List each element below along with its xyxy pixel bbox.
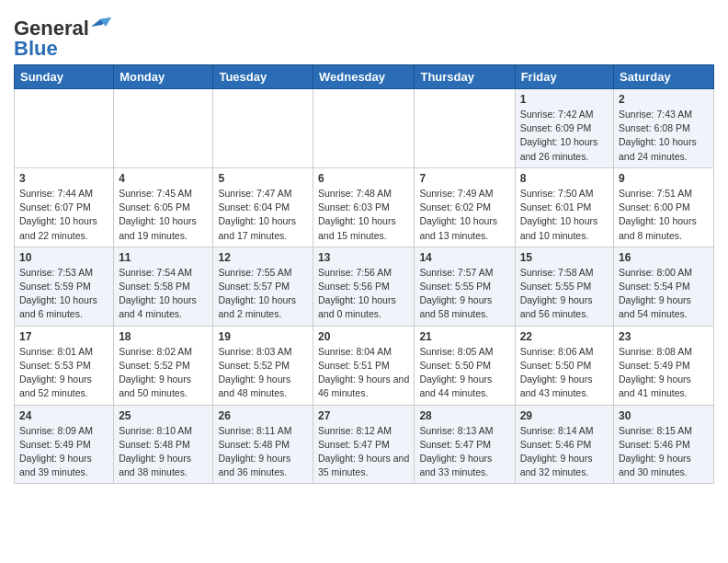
- calendar-cell: 11Sunrise: 7:54 AM Sunset: 5:58 PM Dayli…: [114, 247, 213, 326]
- day-number: 25: [119, 409, 208, 422]
- day-info: Sunrise: 7:44 AM Sunset: 6:07 PM Dayligh…: [19, 187, 108, 243]
- week-row-2: 3Sunrise: 7:44 AM Sunset: 6:07 PM Daylig…: [15, 167, 714, 247]
- day-info: Sunrise: 7:55 AM Sunset: 5:57 PM Dayligh…: [218, 266, 308, 322]
- day-info: Sunrise: 7:43 AM Sunset: 6:08 PM Dayligh…: [619, 108, 709, 164]
- day-number: 10: [19, 251, 108, 264]
- calendar-cell: 21Sunrise: 8:05 AM Sunset: 5:50 PM Dayli…: [415, 326, 515, 405]
- day-number: 29: [520, 409, 609, 422]
- calendar-header-row: SundayMondayTuesdayWednesdayThursdayFrid…: [15, 65, 714, 89]
- calendar-cell: 1Sunrise: 7:42 AM Sunset: 6:09 PM Daylig…: [515, 89, 613, 168]
- day-number: 28: [419, 409, 509, 422]
- day-number: 12: [218, 251, 308, 264]
- day-info: Sunrise: 8:10 AM Sunset: 5:48 PM Dayligh…: [119, 424, 208, 480]
- week-row-1: 1Sunrise: 7:42 AM Sunset: 6:09 PM Daylig…: [15, 89, 714, 168]
- day-number: 21: [419, 330, 509, 343]
- calendar-cell: 30Sunrise: 8:15 AM Sunset: 5:46 PM Dayli…: [614, 405, 714, 484]
- calendar-cell: 5Sunrise: 7:47 AM Sunset: 6:04 PM Daylig…: [213, 167, 313, 247]
- day-info: Sunrise: 8:11 AM Sunset: 5:48 PM Dayligh…: [218, 424, 308, 480]
- day-info: Sunrise: 7:56 AM Sunset: 5:56 PM Dayligh…: [318, 266, 409, 322]
- calendar-cell: 24Sunrise: 8:09 AM Sunset: 5:49 PM Dayli…: [15, 405, 114, 484]
- day-number: 17: [19, 330, 108, 343]
- day-info: Sunrise: 8:06 AM Sunset: 5:50 PM Dayligh…: [520, 345, 609, 401]
- calendar-cell: 8Sunrise: 7:50 AM Sunset: 6:01 PM Daylig…: [515, 167, 613, 247]
- day-number: 26: [218, 409, 308, 422]
- day-number: 14: [419, 251, 509, 264]
- day-info: Sunrise: 7:50 AM Sunset: 6:01 PM Dayligh…: [520, 187, 609, 243]
- calendar-cell: 20Sunrise: 8:04 AM Sunset: 5:51 PM Dayli…: [313, 326, 415, 405]
- calendar-cell: 2Sunrise: 7:43 AM Sunset: 6:08 PM Daylig…: [614, 89, 714, 168]
- day-number: 11: [119, 251, 208, 264]
- calendar-table: SundayMondayTuesdayWednesdayThursdayFrid…: [14, 64, 714, 484]
- calendar-cell: 10Sunrise: 7:53 AM Sunset: 5:59 PM Dayli…: [15, 247, 114, 326]
- day-number: 30: [619, 409, 709, 422]
- day-info: Sunrise: 7:57 AM Sunset: 5:55 PM Dayligh…: [419, 266, 509, 322]
- day-info: Sunrise: 7:51 AM Sunset: 6:00 PM Dayligh…: [619, 187, 709, 243]
- day-header-friday: Friday: [515, 65, 613, 89]
- calendar-cell: 27Sunrise: 8:12 AM Sunset: 5:47 PM Dayli…: [313, 405, 415, 484]
- day-info: Sunrise: 7:48 AM Sunset: 6:03 PM Dayligh…: [318, 187, 409, 243]
- day-info: Sunrise: 7:53 AM Sunset: 5:59 PM Dayligh…: [19, 266, 108, 322]
- day-number: 9: [619, 172, 709, 185]
- day-number: 2: [619, 93, 709, 106]
- calendar-cell: 25Sunrise: 8:10 AM Sunset: 5:48 PM Dayli…: [114, 405, 213, 484]
- calendar-cell: 17Sunrise: 8:01 AM Sunset: 5:53 PM Dayli…: [15, 326, 114, 405]
- day-info: Sunrise: 8:03 AM Sunset: 5:52 PM Dayligh…: [218, 345, 308, 401]
- day-header-wednesday: Wednesday: [313, 65, 415, 89]
- day-number: 13: [318, 251, 409, 264]
- calendar-cell: 22Sunrise: 8:06 AM Sunset: 5:50 PM Dayli…: [515, 326, 613, 405]
- calendar-cell: 12Sunrise: 7:55 AM Sunset: 5:57 PM Dayli…: [213, 247, 313, 326]
- calendar-cell: [213, 89, 313, 168]
- day-number: 15: [520, 251, 609, 264]
- day-header-sunday: Sunday: [15, 65, 114, 89]
- day-number: 3: [19, 172, 108, 185]
- day-number: 7: [419, 172, 509, 185]
- day-info: Sunrise: 7:47 AM Sunset: 6:04 PM Dayligh…: [218, 187, 308, 243]
- day-info: Sunrise: 8:14 AM Sunset: 5:46 PM Dayligh…: [520, 424, 609, 480]
- calendar-cell: 19Sunrise: 8:03 AM Sunset: 5:52 PM Dayli…: [213, 326, 313, 405]
- day-number: 8: [520, 172, 609, 185]
- calendar-cell: 9Sunrise: 7:51 AM Sunset: 6:00 PM Daylig…: [614, 167, 714, 247]
- page-header: General Blue: [14, 9, 714, 61]
- calendar-cell: 3Sunrise: 7:44 AM Sunset: 6:07 PM Daylig…: [15, 167, 114, 247]
- day-header-saturday: Saturday: [614, 65, 714, 89]
- week-row-3: 10Sunrise: 7:53 AM Sunset: 5:59 PM Dayli…: [15, 247, 714, 326]
- calendar-cell: [313, 89, 415, 168]
- day-number: 23: [619, 330, 709, 343]
- calendar-cell: 4Sunrise: 7:45 AM Sunset: 6:05 PM Daylig…: [114, 167, 213, 247]
- calendar-cell: 6Sunrise: 7:48 AM Sunset: 6:03 PM Daylig…: [313, 167, 415, 247]
- day-info: Sunrise: 8:13 AM Sunset: 5:47 PM Dayligh…: [419, 424, 509, 480]
- day-number: 5: [218, 172, 308, 185]
- calendar-cell: 28Sunrise: 8:13 AM Sunset: 5:47 PM Dayli…: [415, 405, 515, 484]
- calendar-cell: 16Sunrise: 8:00 AM Sunset: 5:54 PM Dayli…: [614, 247, 714, 326]
- day-number: 18: [119, 330, 208, 343]
- calendar-cell: 14Sunrise: 7:57 AM Sunset: 5:55 PM Dayli…: [415, 247, 515, 326]
- calendar-cell: [15, 89, 114, 168]
- day-info: Sunrise: 8:01 AM Sunset: 5:53 PM Dayligh…: [19, 345, 108, 401]
- week-row-5: 24Sunrise: 8:09 AM Sunset: 5:49 PM Dayli…: [15, 405, 714, 484]
- day-info: Sunrise: 8:04 AM Sunset: 5:51 PM Dayligh…: [318, 345, 409, 401]
- day-info: Sunrise: 8:15 AM Sunset: 5:46 PM Dayligh…: [619, 424, 709, 480]
- day-info: Sunrise: 7:54 AM Sunset: 5:58 PM Dayligh…: [119, 266, 208, 322]
- day-header-tuesday: Tuesday: [213, 65, 313, 89]
- calendar-cell: 7Sunrise: 7:49 AM Sunset: 6:02 PM Daylig…: [415, 167, 515, 247]
- week-row-4: 17Sunrise: 8:01 AM Sunset: 5:53 PM Dayli…: [15, 326, 714, 405]
- calendar-cell: 23Sunrise: 8:08 AM Sunset: 5:49 PM Dayli…: [614, 326, 714, 405]
- calendar-cell: 26Sunrise: 8:11 AM Sunset: 5:48 PM Dayli…: [213, 405, 313, 484]
- logo-blue: Blue: [14, 37, 58, 61]
- day-number: 16: [619, 251, 709, 264]
- calendar-cell: [114, 89, 213, 168]
- day-number: 6: [318, 172, 409, 185]
- day-number: 22: [520, 330, 609, 343]
- calendar-cell: 29Sunrise: 8:14 AM Sunset: 5:46 PM Dayli…: [515, 405, 613, 484]
- day-info: Sunrise: 8:05 AM Sunset: 5:50 PM Dayligh…: [419, 345, 509, 401]
- day-number: 20: [318, 330, 409, 343]
- day-number: 24: [19, 409, 108, 422]
- day-info: Sunrise: 8:09 AM Sunset: 5:49 PM Dayligh…: [19, 424, 108, 480]
- day-info: Sunrise: 8:12 AM Sunset: 5:47 PM Dayligh…: [318, 424, 409, 480]
- day-info: Sunrise: 7:49 AM Sunset: 6:02 PM Dayligh…: [419, 187, 509, 243]
- day-info: Sunrise: 8:00 AM Sunset: 5:54 PM Dayligh…: [619, 266, 709, 322]
- day-number: 19: [218, 330, 308, 343]
- day-header-monday: Monday: [114, 65, 213, 89]
- day-info: Sunrise: 7:42 AM Sunset: 6:09 PM Dayligh…: [520, 108, 609, 164]
- day-info: Sunrise: 8:08 AM Sunset: 5:49 PM Dayligh…: [619, 345, 709, 401]
